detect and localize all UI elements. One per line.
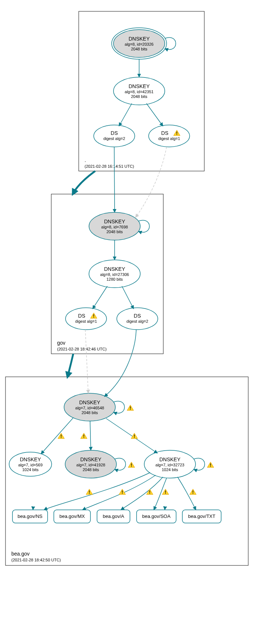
- edge-32723-a: [121, 477, 163, 510]
- dnskey-20326-title: DNSKEY: [129, 36, 150, 42]
- dnskey-20326-l1: alg=8, id=20326: [125, 42, 154, 46]
- dnskey-42351-title: DNSKEY: [129, 83, 150, 89]
- edge-32723-mx: [82, 475, 156, 510]
- warning-icon: !: [127, 405, 134, 411]
- svg-text:!: !: [83, 434, 85, 439]
- edge-27306-ds1: [93, 286, 107, 309]
- root-ds2-l1: digest alg=2: [103, 136, 125, 141]
- edge-gov-ds1-bea-46548: [85, 330, 88, 393]
- dnskey-41928-title: DNSKEY: [80, 457, 101, 462]
- dnskey-27306-l1: alg=8, id=27306: [100, 272, 129, 277]
- svg-text:!: !: [122, 490, 123, 495]
- edge-46548-32723: [106, 418, 157, 453]
- dnskey-569-l1: alg=7, id=569: [18, 463, 43, 467]
- warning-icon: !: [81, 433, 87, 439]
- dnskey-27306-title: DNSKEY: [104, 266, 125, 272]
- zone-root-label: .: [85, 157, 86, 163]
- svg-text:!: !: [131, 463, 132, 468]
- warning-icon: !: [86, 489, 93, 495]
- svg-text:!: !: [192, 490, 194, 495]
- svg-text:!: !: [176, 131, 178, 136]
- dnskey-27306-l2: 1280 bits: [107, 277, 123, 281]
- dnskey-7698-l1: alg=8, id=7698: [101, 225, 128, 229]
- node-ds-alg1-gov: [66, 308, 107, 330]
- gov-ds2-title: DS: [134, 313, 141, 319]
- edge-zone-gov-bea: [68, 354, 73, 376]
- svg-text:!: !: [93, 314, 94, 319]
- dnskey-7698-l2: 2048 bits: [107, 230, 123, 234]
- dnskey-569-title: DNSKEY: [20, 457, 41, 462]
- dnskey-46548-title: DNSKEY: [79, 399, 100, 405]
- leaf-mx-label: bea.gov/MX: [59, 514, 85, 519]
- dnskey-569-l2: 1024 bits: [22, 467, 39, 472]
- gov-ds2-l1: digest alg=2: [126, 319, 148, 323]
- edge-46548-569: [41, 418, 73, 454]
- leaf-soa-label: bea.gov/SOA: [142, 514, 171, 519]
- zone-bea-label: bea.gov: [11, 551, 30, 557]
- svg-text:!: !: [89, 490, 90, 495]
- edge-27306-ds2: [122, 286, 134, 309]
- edge-root-ds1-gov-7698: [135, 147, 167, 217]
- warning-icon: !: [162, 489, 169, 495]
- edge-46548-41928: [90, 421, 91, 450]
- zone-bea-timestamp: (2021-02-28 18:42:50 UTC): [11, 558, 61, 562]
- node-ds-alg2-gov: [117, 308, 158, 330]
- svg-text:!: !: [134, 434, 135, 439]
- zone-gov-timestamp: (2021-02-28 18:42:46 UTC): [57, 347, 107, 351]
- node-ds-alg1-root: [149, 125, 190, 147]
- dnskey-32723-l1: alg=7, id=32723: [156, 463, 185, 467]
- dnskey-42351-l2: 2048 bits: [131, 94, 148, 99]
- edge-32723-ns: [44, 473, 150, 510]
- zone-gov-label: gov: [57, 340, 66, 346]
- dnskey-32723-title: DNSKEY: [159, 457, 181, 462]
- root-ds1-l1: digest alg=1: [158, 136, 180, 141]
- leaf-txt-label: bea.gov/TXT: [188, 514, 215, 519]
- edge-gov-ds2-bea-46548: [104, 330, 136, 397]
- edge-zone-root-gov: [73, 171, 95, 193]
- root-ds2-title: DS: [111, 130, 118, 136]
- warning-icon: !: [128, 462, 135, 468]
- warning-icon: !: [190, 489, 196, 495]
- dnskey-41928-l2: 2048 bits: [83, 467, 99, 472]
- dnskey-46548-l1: alg=7, id=46548: [75, 406, 104, 410]
- dnssec-diagram: . (2021-02-28 16:14:51 UTC) DNSKEY alg=8…: [0, 0, 253, 644]
- gov-ds1-title: DS: [78, 313, 85, 319]
- svg-text:!: !: [210, 463, 211, 468]
- gov-ds1-l1: digest alg=1: [75, 319, 97, 323]
- zone-root-timestamp: (2021-02-28 16:14:51 UTC): [85, 164, 134, 168]
- dnskey-20326-l2: 2048 bits: [131, 47, 148, 51]
- dnskey-41928-l1: alg=7, id=41928: [77, 463, 105, 467]
- leaf-a-label: bea.gov/A: [103, 514, 124, 519]
- warning-icon: !: [146, 489, 153, 495]
- dnskey-32723-l2: 1024 bits: [162, 467, 178, 472]
- leaf-ns-label: bea.gov/NS: [18, 514, 42, 519]
- edge-root-ds2-gov-7698: [114, 147, 115, 212]
- warning-icon: !: [207, 462, 214, 468]
- node-ds-alg2-root: [94, 125, 135, 147]
- svg-text:!: !: [130, 406, 131, 411]
- dnskey-46548-l2: 2048 bits: [82, 410, 98, 415]
- root-ds1-title: DS: [161, 130, 168, 136]
- dnskey-42351-l1: alg=8, id=42351: [125, 90, 154, 94]
- edge-42351-ds2: [119, 103, 132, 126]
- svg-text:!: !: [149, 490, 150, 495]
- dnskey-7698-title: DNSKEY: [104, 219, 125, 224]
- edge-42351-ds1: [146, 103, 163, 126]
- svg-text:!: !: [165, 490, 166, 495]
